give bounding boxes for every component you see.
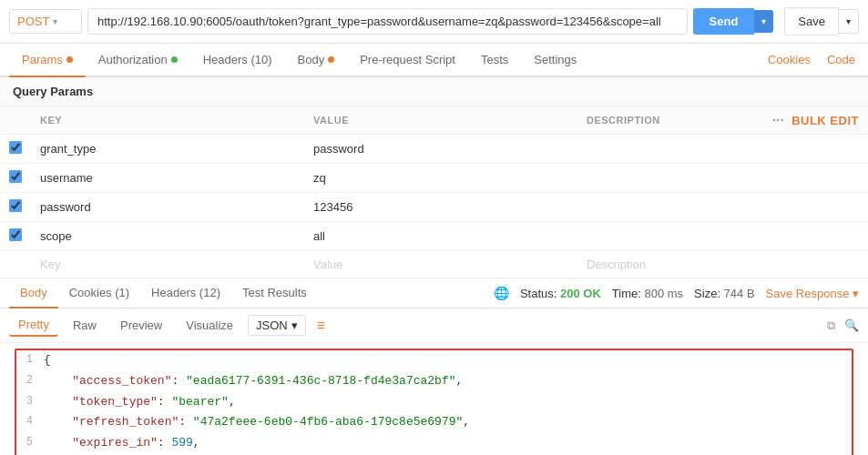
send-btn-group: Send ▾: [693, 8, 774, 35]
fmt-tab-visualize[interactable]: Visualize: [177, 315, 242, 336]
method-chevron-icon: ▾: [53, 16, 57, 26]
tab-params[interactable]: Params: [9, 44, 86, 77]
row-checkbox[interactable]: [9, 228, 22, 241]
query-params-section: Query Params KEY VALUE DESCRIPTION ··· B…: [0, 77, 868, 278]
table-row: username zq: [0, 164, 868, 193]
params-table: KEY VALUE DESCRIPTION ··· Bulk Edit gran…: [0, 106, 868, 278]
request-tab-bar: Params Authorization Headers (10) Body P…: [0, 44, 868, 77]
query-params-title: Query Params: [0, 77, 868, 106]
row-key: scope: [31, 222, 304, 251]
fmt-tab-pretty[interactable]: Pretty: [9, 314, 58, 337]
size-value: 744 B: [724, 287, 755, 300]
tab-params-label: Params: [22, 53, 63, 66]
send-dropdown-button[interactable]: ▾: [754, 10, 773, 33]
row-key: username: [31, 164, 304, 193]
row-description: [577, 222, 868, 251]
resp-tab-cookies[interactable]: Cookies (1): [58, 278, 140, 308]
resp-tab-test-results[interactable]: Test Results: [231, 278, 318, 308]
save-response-button[interactable]: Save Response ▾: [766, 287, 859, 300]
format-select[interactable]: JSON ▾: [248, 315, 306, 336]
row-value: Value: [304, 251, 577, 278]
body-dot: [328, 56, 334, 63]
col-description: DESCRIPTION ··· Bulk Edit: [577, 106, 868, 135]
save-dropdown-button[interactable]: ▾: [839, 9, 859, 34]
row-value: zq: [304, 164, 577, 193]
row-checkbox[interactable]: [9, 170, 22, 183]
row-key: grant_type: [31, 135, 304, 164]
row-key: password: [31, 193, 304, 222]
format-right-actions: ⧉ 🔍: [827, 318, 859, 333]
tab-headers-label: Headers (10): [203, 53, 272, 66]
size-label: Size: 744 B: [694, 287, 755, 300]
method-label: POST: [17, 15, 49, 28]
format-chevron-icon: ▾: [291, 318, 298, 332]
cookies-link[interactable]: Cookies: [764, 44, 814, 76]
time-value: 800 ms: [644, 287, 683, 300]
response-meta: 🌐 Status: 200 OK Time: 800 ms Size: 744 …: [494, 286, 859, 300]
url-bar: POST ▾ Send ▾ Save ▾: [0, 0, 868, 44]
row-checkbox-cell[interactable]: [0, 193, 31, 222]
copy-icon[interactable]: ⧉: [827, 318, 835, 333]
response-tab-bar: Body Cookies (1) Headers (12) Test Resul…: [0, 278, 868, 308]
row-checkbox-cell[interactable]: [0, 222, 31, 251]
url-input[interactable]: [87, 8, 688, 35]
format-bar: Pretty Raw Preview Visualize JSON ▾ ≡ ⧉ …: [0, 308, 868, 343]
row-checkbox[interactable]: [9, 141, 22, 154]
tab-body-label: Body: [298, 53, 325, 66]
json-highlighted-block: 1 { 2 "access_token": "eada6177-6391-436…: [15, 349, 853, 455]
code-link[interactable]: Code: [823, 44, 859, 76]
tab-settings[interactable]: Settings: [521, 44, 589, 77]
search-icon[interactable]: 🔍: [844, 318, 859, 332]
fmt-tab-raw[interactable]: Raw: [64, 315, 106, 336]
tab-headers[interactable]: Headers (10): [190, 44, 285, 77]
row-checkbox-cell[interactable]: [0, 164, 31, 193]
row-value: all: [304, 222, 577, 251]
save-button[interactable]: Save: [784, 7, 839, 35]
table-row: scope all: [0, 222, 868, 251]
json-line-1: 1 {: [16, 350, 852, 371]
format-select-label: JSON: [256, 318, 288, 332]
table-row: password 123456: [0, 193, 868, 222]
resp-tab-body[interactable]: Body: [9, 278, 58, 308]
time-label: Time: 800 ms: [612, 287, 683, 300]
row-description: Description: [577, 251, 868, 278]
tab-tests-label: Tests: [481, 53, 508, 66]
json-body: 1 { 2 "access_token": "eada6177-6391-436…: [0, 343, 868, 455]
col-value: VALUE: [304, 106, 577, 135]
row-checkbox[interactable]: [9, 199, 22, 212]
send-button[interactable]: Send: [693, 8, 755, 35]
params-dot: [66, 56, 73, 63]
table-row: Key Value Description: [0, 251, 868, 278]
tab-authorization[interactable]: Authorization: [86, 44, 190, 77]
row-key: Key: [31, 251, 304, 278]
row-checkbox-cell[interactable]: [0, 135, 31, 164]
json-line-2: 2 "access_token": "eada6177-6391-436c-87…: [16, 371, 852, 392]
method-select[interactable]: POST ▾: [9, 9, 82, 34]
tab-body[interactable]: Body: [285, 44, 348, 77]
json-line-4: 4 "refresh_token": "47a2feee-6eb0-4fb6-a…: [16, 412, 852, 433]
tab-settings-label: Settings: [534, 53, 577, 66]
json-line-3: 3 "token_type": "bearer",: [16, 392, 852, 413]
more-icon[interactable]: ···: [772, 113, 784, 127]
table-row: grant_type password: [0, 135, 868, 164]
col-checkbox: [0, 106, 31, 135]
save-btn-group: Save ▾: [784, 7, 859, 35]
bulk-edit-button[interactable]: Bulk Edit: [791, 114, 859, 127]
resp-tab-headers[interactable]: Headers (12): [140, 278, 231, 308]
row-description: [577, 193, 868, 222]
tab-authorization-label: Authorization: [98, 53, 168, 66]
wrap-icon[interactable]: ≡: [317, 318, 325, 334]
tab-right-links: Cookies Code: [764, 44, 859, 76]
json-line-5: 5 "expires_in": 599,: [16, 433, 852, 454]
tab-pre-request[interactable]: Pre-request Script: [347, 44, 468, 77]
tab-pre-request-label: Pre-request Script: [360, 53, 455, 66]
fmt-tab-preview[interactable]: Preview: [111, 315, 171, 336]
status-label: Status: 200 OK: [520, 287, 601, 300]
row-description: [577, 164, 868, 193]
row-value: password: [304, 135, 577, 164]
tab-tests[interactable]: Tests: [468, 44, 521, 77]
status-value: 200 OK: [560, 287, 601, 300]
col-key: KEY: [31, 106, 304, 135]
row-checkbox-cell[interactable]: [0, 251, 31, 278]
row-value: 123456: [304, 193, 577, 222]
